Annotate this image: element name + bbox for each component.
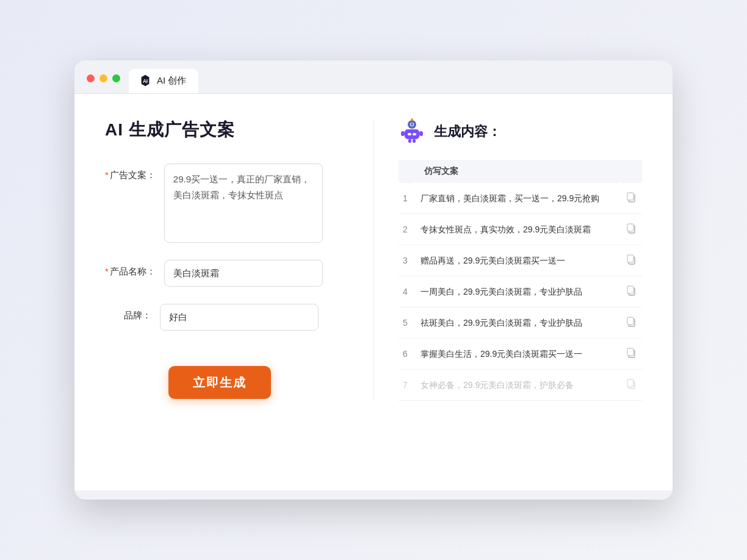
svg-text:AI: AI — [143, 79, 148, 84]
copy-icon — [626, 285, 637, 296]
svg-rect-15 — [627, 193, 633, 200]
row-number: 1 — [399, 183, 416, 214]
table-row: 3赠品再送，29.9元美白淡斑霜买一送一 — [399, 245, 642, 276]
tab-label: AI 创作 — [157, 75, 186, 87]
result-table: 仿写文案 1厂家直销，美白淡斑霜，买一送一，29.9元抢购2专抹女性斑点，真实功… — [399, 160, 642, 401]
left-panel: AI 生成广告文案 *广告文案： 29.9买一送一，真正的厂家直销，美白淡斑霜，… — [105, 118, 374, 401]
col-text-header: 仿写文案 — [416, 160, 620, 183]
svg-rect-9 — [408, 139, 411, 143]
window-controls — [87, 74, 120, 82]
row-number: 6 — [399, 339, 416, 370]
browser-tab[interactable]: AI AI 创作 — [129, 69, 198, 93]
row-number: 2 — [399, 214, 416, 245]
generate-button[interactable]: 立即生成 — [168, 366, 271, 399]
product-name-label: *产品名称： — [105, 260, 164, 278]
svg-rect-21 — [627, 286, 633, 293]
row-text: 掌握美白生活，29.9元美白淡斑霜买一送一 — [416, 339, 620, 370]
maximize-button[interactable] — [112, 74, 120, 82]
copy-button[interactable] — [620, 307, 642, 339]
robot-icon — [399, 118, 425, 145]
browser-content: AI 生成广告文案 *广告文案： 29.9买一送一，真正的厂家直销，美白淡斑霜，… — [74, 94, 673, 490]
svg-rect-25 — [627, 348, 633, 356]
ad-copy-label: *广告文案： — [105, 163, 164, 181]
browser-titlebar: AI AI 创作 — [74, 60, 673, 94]
row-number: 4 — [399, 276, 416, 307]
brand-row: 品牌： — [105, 304, 349, 331]
svg-rect-5 — [408, 133, 411, 135]
brand-label: 品牌： — [105, 304, 160, 321]
close-button[interactable] — [87, 74, 95, 82]
required-star-product: * — [105, 266, 109, 276]
row-text: 女神必备，29.9元美白淡斑霜，护肤必备 — [416, 370, 620, 401]
svg-point-13 — [411, 118, 413, 121]
row-text: 祛斑美白，29.9元美白淡斑霜，专业护肤品 — [416, 307, 620, 339]
copy-button[interactable] — [620, 276, 642, 307]
ad-copy-textarea[interactable]: 29.9买一送一，真正的厂家直销，美白淡斑霜，专抹女性斑点 — [164, 163, 323, 243]
copy-icon — [626, 316, 637, 327]
row-text: 赠品再送，29.9元美白淡斑霜买一送一 — [416, 245, 620, 276]
table-row: 5祛斑美白，29.9元美白淡斑霜，专业护肤品 — [399, 307, 642, 339]
result-header: 生成内容： — [399, 118, 642, 145]
browser-window: AI AI 创作 AI 生成广告文案 *广告文案： 29.9买一送一，真正的厂家… — [74, 60, 673, 500]
copy-icon — [626, 192, 637, 203]
svg-rect-19 — [627, 255, 633, 262]
copy-icon — [626, 347, 637, 358]
svg-rect-7 — [401, 131, 405, 136]
row-number: 5 — [399, 307, 416, 339]
col-copy-header — [620, 160, 642, 183]
main-layout: AI 生成广告文案 *广告文案： 29.9买一送一，真正的厂家直销，美白淡斑霜，… — [105, 118, 642, 401]
row-text: 一周美白，29.9元美白淡斑霜，专业护肤品 — [416, 276, 620, 307]
svg-rect-10 — [413, 139, 416, 143]
table-row: 1厂家直销，美白淡斑霜，买一送一，29.9元抢购 — [399, 183, 642, 214]
svg-point-11 — [411, 123, 413, 126]
product-name-row: *产品名称： — [105, 260, 349, 287]
minimize-button[interactable] — [99, 74, 107, 82]
table-row: 2专抹女性斑点，真实功效，29.9元美白淡斑霜 — [399, 214, 642, 245]
col-num-header — [399, 160, 416, 183]
table-row: 7女神必备，29.9元美白淡斑霜，护肤必备 — [399, 370, 642, 401]
copy-icon — [626, 378, 637, 389]
svg-rect-8 — [419, 131, 423, 136]
copy-icon — [626, 223, 637, 234]
result-title: 生成内容： — [434, 123, 501, 141]
right-panel: 生成内容： 仿写文案 1厂家直销，美白淡斑霜，买一送一，29.9元抢购2专抹女性… — [374, 118, 642, 401]
copy-button[interactable] — [620, 214, 642, 245]
svg-rect-4 — [405, 129, 419, 139]
required-star-ad: * — [105, 170, 109, 180]
page-title: AI 生成广告文案 — [105, 118, 349, 142]
copy-button[interactable] — [620, 183, 642, 214]
svg-rect-27 — [627, 379, 633, 387]
brand-input[interactable] — [160, 304, 319, 331]
row-text: 厂家直销，美白淡斑霜，买一送一，29.9元抢购 — [416, 183, 620, 214]
generate-button-wrapper: 立即生成 — [105, 348, 349, 399]
svg-rect-17 — [627, 224, 633, 231]
copy-button[interactable] — [620, 339, 642, 370]
table-row: 4一周美白，29.9元美白淡斑霜，专业护肤品 — [399, 276, 642, 307]
row-text: 专抹女性斑点，真实功效，29.9元美白淡斑霜 — [416, 214, 620, 245]
table-row: 6掌握美白生活，29.9元美白淡斑霜买一送一 — [399, 339, 642, 370]
row-number: 3 — [399, 245, 416, 276]
copy-icon — [626, 254, 637, 265]
svg-rect-23 — [627, 317, 633, 325]
row-number: 7 — [399, 370, 416, 401]
ad-copy-row: *广告文案： 29.9买一送一，真正的厂家直销，美白淡斑霜，专抹女性斑点 — [105, 163, 349, 243]
copy-button[interactable] — [620, 245, 642, 276]
copy-button[interactable] — [620, 370, 642, 401]
svg-rect-6 — [413, 133, 416, 135]
product-name-input[interactable] — [164, 260, 323, 287]
ai-tab-icon: AI — [139, 74, 152, 87]
